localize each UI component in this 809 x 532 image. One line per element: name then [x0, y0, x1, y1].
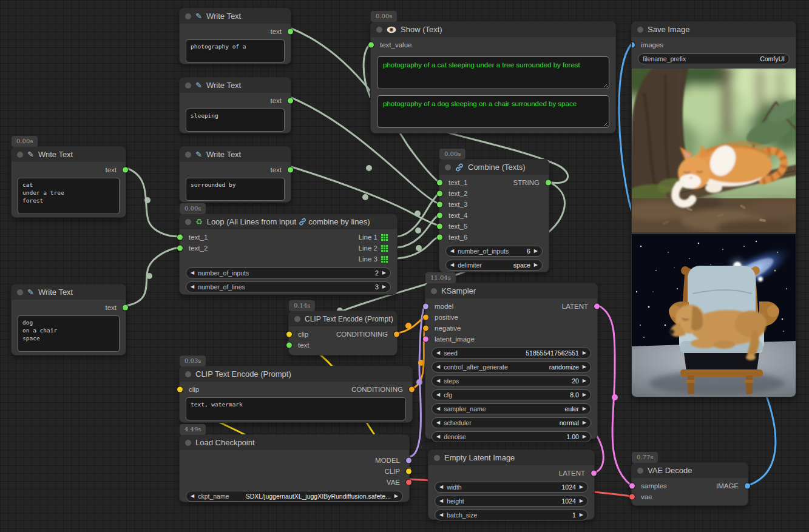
increment-arrow[interactable]: ▶: [534, 263, 538, 268]
decrement-arrow[interactable]: ◀: [436, 392, 440, 397]
cfg-widget[interactable]: ◀cfg8.0▶: [432, 389, 591, 400]
grid-port-icon[interactable]: [381, 256, 388, 263]
decrement-arrow[interactable]: ◀: [191, 271, 194, 275]
node-clip-encode-negative[interactable]: 0.03s CLIP Text Encode (Prompt) clipCOND…: [179, 366, 413, 423]
output-port-string[interactable]: [546, 180, 551, 186]
decrement-arrow[interactable]: ◀: [436, 406, 440, 411]
decrement-arrow[interactable]: ◀: [436, 434, 440, 439]
node-header[interactable]: ✎ Write Text: [180, 8, 291, 24]
decrement-arrow[interactable]: ◀: [436, 420, 440, 425]
node-header[interactable]: Show (Text): [371, 22, 615, 37]
decrement-arrow[interactable]: ◀: [436, 351, 440, 355]
node-save-image[interactable]: 0.49s Save Image images filename_prefixC…: [631, 21, 796, 397]
node-header[interactable]: ✎ Write Text: [180, 147, 291, 162]
output-port-text[interactable]: [288, 167, 293, 173]
batch-size-widget[interactable]: ◀batch_size1▶: [435, 510, 588, 520]
collapse-dot[interactable]: [376, 27, 382, 33]
input-port-text[interactable]: [286, 343, 292, 348]
width-widget[interactable]: ◀width1024▶: [435, 482, 588, 493]
node-vae-decode[interactable]: 0.77s VAE Decode samplesIMAGE vae: [631, 462, 748, 506]
node-header[interactable]: ✎ Write Text: [180, 78, 291, 93]
node-write-text-sleeping[interactable]: ✎ Write Text text sleeping: [179, 77, 291, 133]
node-load-checkpoint[interactable]: 4.49s Load Checkpoint MODEL CLIP VAE ◀ck…: [179, 434, 410, 502]
text-widget[interactable]: cat under a tree forest: [18, 178, 120, 214]
increment-arrow[interactable]: ▶: [382, 285, 386, 289]
increment-arrow[interactable]: ▶: [583, 420, 586, 425]
increment-arrow[interactable]: ▶: [580, 485, 583, 490]
input-port-text-5[interactable]: [437, 224, 442, 229]
number-of-inputs-widget[interactable]: ◀number_of_inputs6▶: [445, 246, 543, 257]
increment-arrow[interactable]: ▶: [583, 365, 586, 369]
input-port-vae[interactable]: [629, 494, 635, 500]
input-port-images[interactable]: [631, 42, 635, 48]
collapse-dot[interactable]: [17, 289, 23, 295]
output-port-vae[interactable]: [406, 480, 411, 485]
control-after-generate-widget[interactable]: ◀control_after_generaterandomize▶: [432, 362, 591, 372]
decrement-arrow[interactable]: ◀: [450, 263, 454, 268]
output-port-latent[interactable]: [594, 304, 600, 309]
node-write-text-photo[interactable]: ✎ Write Text text photography of a: [179, 8, 291, 64]
node-header[interactable]: Load Checkpoint: [180, 435, 409, 450]
increment-arrow[interactable]: ▶: [583, 434, 586, 439]
decrement-arrow[interactable]: ◀: [436, 365, 440, 369]
text-widget[interactable]: sleeping: [186, 109, 285, 132]
number-of-inputs-widget[interactable]: ◀number_of_inputs2▶: [186, 268, 391, 278]
output-port-latent[interactable]: [591, 471, 597, 476]
output-port-conditioning[interactable]: [409, 387, 415, 392]
grid-port-icon[interactable]: [381, 245, 388, 252]
show-text-output-2[interactable]: photography of a dog sleeping on a chair…: [377, 95, 609, 128]
filename-prefix-widget[interactable]: filename_prefixComfyUI: [638, 53, 790, 64]
increment-arrow[interactable]: ▶: [534, 249, 538, 254]
node-clip-encode-positive[interactable]: 0.14s CLIP Text Encode (Prompt) clipCOND…: [288, 311, 398, 355]
input-port-model[interactable]: [423, 304, 428, 309]
decrement-arrow[interactable]: ◀: [191, 494, 194, 499]
output-port-model[interactable]: [406, 458, 411, 463]
node-header[interactable]: VAE Decode: [632, 463, 748, 478]
node-header[interactable]: Combine (Texts): [439, 160, 549, 175]
number-of-lines-widget[interactable]: ◀number_of_lines3▶: [186, 281, 391, 292]
node-write-text-cat[interactable]: 0.00s ✎ Write Text text cat under a tree…: [11, 146, 126, 218]
increment-arrow[interactable]: ▶: [583, 406, 586, 411]
increment-arrow[interactable]: ▶: [583, 379, 586, 383]
collapse-dot[interactable]: [445, 164, 451, 170]
output-port-text[interactable]: [123, 167, 128, 173]
decrement-arrow[interactable]: ◀: [436, 379, 440, 383]
text-widget[interactable]: photography of a: [186, 39, 285, 62]
increment-arrow[interactable]: ▶: [580, 499, 583, 503]
collapse-dot[interactable]: [434, 455, 440, 461]
output-port-clip[interactable]: [406, 469, 411, 474]
show-text-output-1[interactable]: photography of a cat sleeping under a tr…: [377, 56, 609, 89]
node-combine-texts[interactable]: 0.00s Combine (Texts) text_1STRING text_…: [439, 159, 549, 272]
input-port-latent-image[interactable]: [423, 337, 428, 342]
node-header[interactable]: CLIP Text Encode (Prompt): [180, 366, 412, 382]
input-port-negative[interactable]: [423, 326, 428, 331]
input-port-text-6[interactable]: [437, 235, 442, 240]
node-empty-latent-image[interactable]: Empty Latent Image LATENT ◀width1024▶ ◀h…: [428, 450, 595, 520]
sampler-name-widget[interactable]: ◀sampler_nameeuler▶: [432, 403, 591, 414]
input-port-samples[interactable]: [629, 483, 635, 489]
text-widget[interactable]: dog on a chair space: [18, 315, 120, 352]
collapse-dot[interactable]: [185, 371, 191, 377]
collapse-dot[interactable]: [294, 316, 300, 322]
output-port-image[interactable]: [745, 483, 750, 489]
text-widget[interactable]: text, watermark: [186, 397, 406, 420]
collapse-dot[interactable]: [185, 219, 191, 225]
grid-port-icon[interactable]: [381, 234, 388, 241]
input-port-text-value[interactable]: [368, 42, 374, 48]
node-write-text-dog[interactable]: ✎ Write Text text dog on a chair space: [11, 284, 126, 355]
collapse-dot[interactable]: [185, 13, 191, 19]
output-port-text[interactable]: [288, 98, 293, 104]
collapse-dot[interactable]: [185, 152, 191, 158]
node-header[interactable]: Empty Latent Image: [428, 450, 594, 465]
input-port-clip[interactable]: [177, 387, 183, 392]
input-port-text-1[interactable]: [437, 180, 442, 186]
increment-arrow[interactable]: ▶: [580, 513, 583, 517]
input-port-text-1[interactable]: [177, 235, 183, 240]
text-widget[interactable]: surrounded by: [186, 178, 285, 201]
decrement-arrow[interactable]: ◀: [439, 485, 443, 490]
delimiter-widget[interactable]: ◀delimiterspace▶: [445, 260, 543, 271]
input-port-text-2[interactable]: [177, 246, 183, 251]
ckpt-name-widget[interactable]: ◀ckpt_nameSDXL/juggernautXL_juggXIByRund…: [186, 491, 403, 502]
height-widget[interactable]: ◀height1024▶: [435, 496, 588, 507]
scheduler-widget[interactable]: ◀schedulernormal▶: [432, 417, 591, 428]
